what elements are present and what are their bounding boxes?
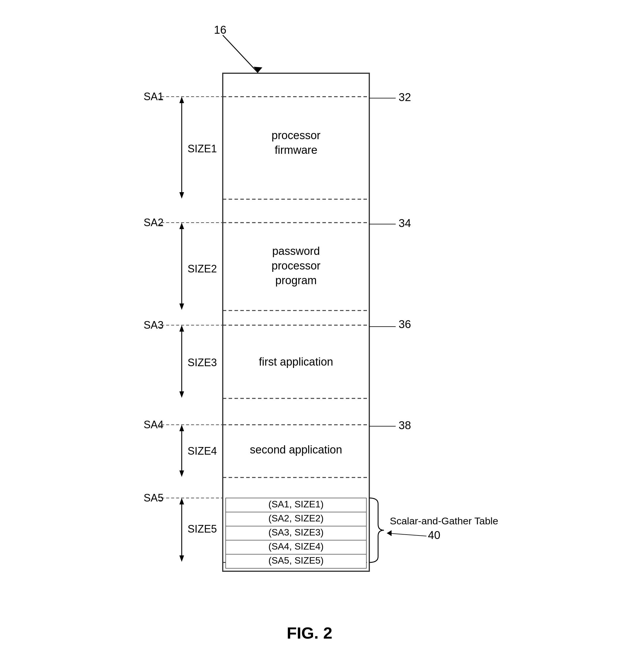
table-label-line1: Scalar-and-Gather Table [390,515,498,526]
svg-marker-47 [387,530,392,536]
block1-text-line1: processor [272,129,321,142]
table-entry-5: (SA5, SIZE5) [269,555,324,566]
sa5-label: SA5 [144,492,163,504]
size1-label: SIZE1 [188,143,217,155]
block2-text-line3: program [275,274,317,287]
table-entry-3: (SA3, SIZE3) [269,527,324,537]
ref-34: 34 [399,217,411,229]
block2-text-line2: processor [272,259,321,272]
svg-marker-24 [180,325,184,331]
sa4-label: SA4 [144,419,163,431]
table-entry-1: (SA1, SIZE1) [269,499,324,509]
size3-label: SIZE3 [188,357,217,369]
svg-marker-16 [180,223,184,229]
size2-label: SIZE2 [188,263,217,275]
svg-marker-33 [180,470,184,477]
svg-line-46 [387,533,426,536]
ref-16: 16 [214,24,226,36]
table-entry-2: (SA2, SIZE2) [269,513,324,523]
sa1-label: SA1 [144,90,163,102]
block2-text-line1: password [272,245,320,257]
svg-marker-40 [180,555,184,562]
svg-marker-9 [180,192,184,199]
svg-marker-32 [180,425,184,431]
sa2-label: SA2 [144,217,163,228]
ref-32: 32 [399,91,411,103]
sa3-label: SA3 [144,319,163,331]
size5-label: SIZE5 [188,523,217,535]
svg-marker-17 [180,303,184,310]
svg-marker-25 [180,391,184,398]
diagram-container: 16 SA1 SIZE1 processor firmware 32 SA2 [0,0,619,672]
svg-line-1 [223,35,258,73]
table-entry-4: (SA4, SIZE4) [269,541,324,551]
ref-40: 40 [428,529,440,541]
size4-label: SIZE4 [188,445,217,457]
ref-36: 36 [399,318,411,330]
svg-marker-8 [180,97,184,103]
block1-text-line2: firmware [275,144,318,156]
ref-38: 38 [399,419,411,432]
svg-marker-39 [180,498,184,505]
fig-label: FIG. 2 [287,624,332,642]
block3-text: first application [259,356,333,368]
block4-text: second application [250,444,342,456]
